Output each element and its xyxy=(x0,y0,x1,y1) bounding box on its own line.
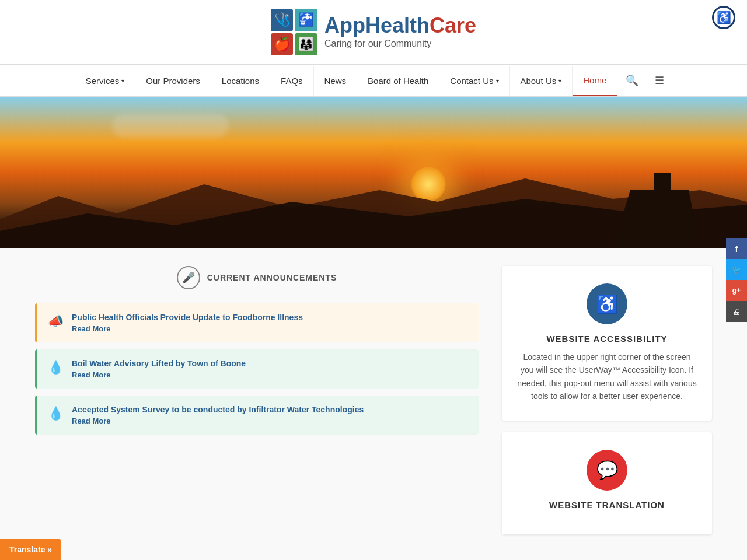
logo-text-area: AppHealthCare Caring for our Community xyxy=(324,15,476,49)
social-sidebar: f 🐦 g+ 🖨 xyxy=(726,238,747,322)
nav-item-board[interactable]: Board of Health xyxy=(357,66,439,96)
announcement-card-2: 💧 Boil Water Advisory Lifted by Town of … xyxy=(35,349,479,388)
nav-search-button[interactable]: 🔍 xyxy=(617,65,647,96)
announcement-card-3: 💧 Accepted System Survey to be conducted… xyxy=(35,396,479,435)
twitter-icon: 🐦 xyxy=(732,265,741,274)
nav-items-list: Services ▾ Our Providers Locations FAQs … xyxy=(75,66,617,96)
nav-item-news[interactable]: News xyxy=(314,66,358,96)
accessibility-icon[interactable]: ♿ xyxy=(712,6,735,29)
googleplus-button[interactable]: g+ xyxy=(726,280,747,301)
logo-subtitle: Caring for our Community xyxy=(324,38,476,49)
hero-clouds xyxy=(112,114,229,138)
nav-item-locations[interactable]: Locations xyxy=(211,66,270,96)
chevron-down-icon: ▾ xyxy=(558,78,561,84)
announcement-title-1: Public Health Officials Provide Update t… xyxy=(72,313,303,322)
main-content: 🎤 CURRENT ANNOUNCEMENTS 📣 Public Health … xyxy=(0,249,747,560)
right-column: ♿ WEBSITE ACCESSIBILITY Located in the u… xyxy=(502,266,712,546)
header-line-left xyxy=(35,278,170,278)
nav-board-label: Board of Health xyxy=(368,76,428,86)
logo-title: AppHealthCare xyxy=(324,15,476,36)
nav-providers-label: Our Providers xyxy=(146,76,200,86)
nav-contact-label: Contact Us xyxy=(450,76,493,86)
nav-services-label: Services xyxy=(86,76,120,86)
announcement-read-more-2[interactable]: Read More xyxy=(72,370,246,379)
chevron-down-icon: ▾ xyxy=(121,78,124,84)
googleplus-icon: g+ xyxy=(732,286,741,295)
accessibility-widget-icon: ♿ xyxy=(587,284,627,324)
announcement-content-2: Boil Water Advisory Lifted by Town of Bo… xyxy=(72,359,246,379)
header-line-right xyxy=(344,278,479,278)
nav-item-home[interactable]: Home xyxy=(573,66,617,96)
nav-about-label: About Us xyxy=(521,76,557,86)
chevron-down-icon: ▾ xyxy=(496,78,499,84)
logo-icon-apple: 🍎 xyxy=(271,33,294,56)
announcements-header: 🎤 CURRENT ANNOUNCEMENTS xyxy=(35,266,479,289)
announcements-title: CURRENT ANNOUNCEMENTS xyxy=(207,273,337,282)
hero-image xyxy=(0,97,747,249)
announcement-title-2: Boil Water Advisory Lifted by Town of Bo… xyxy=(72,359,246,368)
mic-icon: 🎤 xyxy=(177,266,200,289)
main-nav: Services ▾ Our Providers Locations FAQs … xyxy=(0,64,747,97)
logo-icon-family: 👨‍👩‍👧 xyxy=(295,33,317,56)
announcement-icon-megaphone: 📣 xyxy=(48,314,64,329)
logo-icon-faucet: 🚰 xyxy=(295,9,317,32)
announcement-content-3: Accepted System Survey to be conducted b… xyxy=(72,405,364,425)
announcement-icon-water-2: 💧 xyxy=(48,406,64,421)
announcement-icon-water-1: 💧 xyxy=(48,360,64,375)
nav-news-label: News xyxy=(324,76,347,86)
nav-item-faqs[interactable]: FAQs xyxy=(270,66,314,96)
logo-area: 🩺 🚰 🍎 👨‍👩‍👧 AppHealthCare Caring for our… xyxy=(271,9,476,55)
accessibility-widget-desc: Located in the upper right corner of the… xyxy=(516,351,698,403)
nav-item-services[interactable]: Services ▾ xyxy=(75,66,136,96)
translation-widget: 💬 WEBSITE TRANSLATION xyxy=(502,432,712,534)
hero-mountains xyxy=(0,173,747,249)
accessibility-widget: ♿ WEBSITE ACCESSIBILITY Located in the u… xyxy=(502,266,712,421)
nav-item-providers[interactable]: Our Providers xyxy=(135,66,211,96)
logo-icon-grid: 🩺 🚰 🍎 👨‍👩‍👧 xyxy=(271,9,317,55)
accessibility-widget-title: WEBSITE ACCESSIBILITY xyxy=(546,334,667,344)
nav-faqs-label: FAQs xyxy=(281,76,303,86)
announcement-card-1: 📣 Public Health Officials Provide Update… xyxy=(35,303,479,342)
nav-item-contact[interactable]: Contact Us ▾ xyxy=(439,66,509,96)
nav-locations-label: Locations xyxy=(222,76,259,86)
translation-widget-icon: 💬 xyxy=(587,450,627,491)
logo-icon-stethoscope: 🩺 xyxy=(271,9,294,32)
twitter-button[interactable]: 🐦 xyxy=(726,259,747,280)
print-button[interactable]: 🖨 xyxy=(726,301,747,322)
left-column: 🎤 CURRENT ANNOUNCEMENTS 📣 Public Health … xyxy=(35,266,479,546)
translate-bar[interactable]: Translate » xyxy=(0,539,61,560)
nav-menu-button[interactable]: ☰ xyxy=(647,65,672,96)
logo-care-text: Care xyxy=(430,13,476,37)
facebook-button[interactable]: f xyxy=(726,238,747,259)
announcement-read-more-1[interactable]: Read More xyxy=(72,324,303,333)
nav-item-about[interactable]: About Us ▾ xyxy=(510,66,573,96)
print-icon: 🖨 xyxy=(732,307,741,316)
announcement-read-more-3[interactable]: Read More xyxy=(72,416,364,425)
announcement-content-1: Public Health Officials Provide Update t… xyxy=(72,313,303,333)
nav-home-label: Home xyxy=(583,75,606,85)
site-header: 🩺 🚰 🍎 👨‍👩‍👧 AppHealthCare Caring for our… xyxy=(0,0,747,64)
announcement-title-3: Accepted System Survey to be conducted b… xyxy=(72,405,364,414)
logo-app-text: AppHealth xyxy=(324,13,430,37)
facebook-icon: f xyxy=(735,244,738,254)
translation-widget-title: WEBSITE TRANSLATION xyxy=(549,500,665,510)
